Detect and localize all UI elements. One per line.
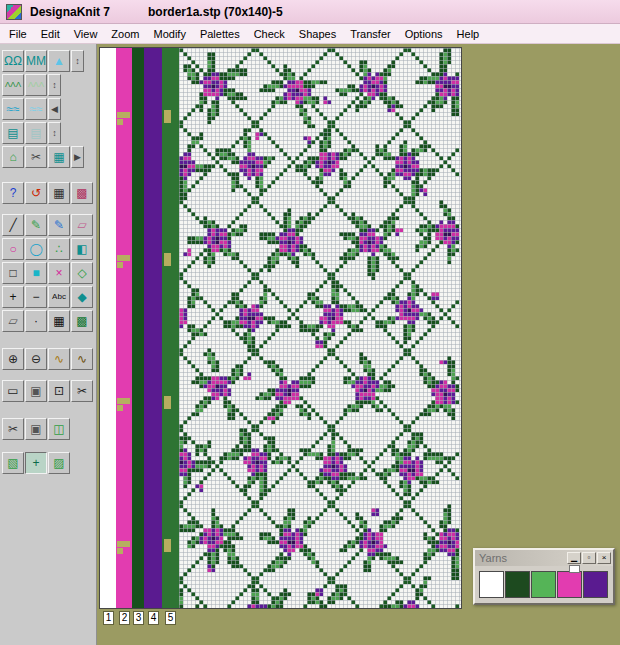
zoom-in-tool[interactable]: ⊕ (2, 348, 24, 370)
yarns-close-button[interactable]: × (597, 552, 611, 564)
scroll-updown-2[interactable]: ↕ (48, 74, 61, 96)
copy-page-tool[interactable]: ◫ (48, 418, 70, 440)
lasso-alt-tool-icon: ∿ (77, 353, 87, 365)
scroll-right-arrow[interactable]: ▶ (71, 146, 84, 168)
shear-tool-icon: ▱ (8, 315, 17, 327)
grid-view-tool[interactable]: ▦ (48, 182, 70, 204)
texture-stitch-alt-tool[interactable]: ΛΛΛ (25, 74, 47, 96)
delete-stitch-tool[interactable]: − (25, 286, 47, 308)
yarn-swatch-yarn-2-dark-green[interactable] (505, 571, 530, 598)
help-tool[interactable]: ? (2, 182, 24, 204)
yarn-swatch-yarn-1-none[interactable] (479, 571, 504, 598)
repeat-pattern-tool[interactable]: ▧ (2, 452, 24, 474)
menu-modify[interactable]: Modify (146, 26, 192, 42)
undo-tool[interactable]: ↺ (25, 182, 47, 204)
text-tool[interactable]: Abc (48, 286, 70, 308)
stitch-view-tool-icon: ΜΜ (26, 55, 46, 67)
text-tool-icon: Abc (52, 293, 66, 301)
filled-rect-tool[interactable]: ■ (25, 262, 47, 284)
yarns-restore-button[interactable]: ▫ (582, 552, 596, 564)
document-title: border1a.stp (70x140)-5 (148, 5, 283, 19)
menu-check[interactable]: Check (247, 26, 292, 42)
menu-file[interactable]: File (2, 26, 34, 42)
yarn-swatch-yarn-3-light-green[interactable] (531, 571, 556, 598)
stitch-symbol-tool-icon: ΩΩ (4, 55, 22, 67)
scissors-tool[interactable]: ✂ (2, 418, 24, 440)
pattern-canvas[interactable] (179, 48, 461, 608)
diamond-tool[interactable]: ◇ (71, 262, 93, 284)
app-icon (6, 4, 22, 20)
scroll-updown-3[interactable]: ↕ (48, 122, 61, 144)
diamond-tool-icon: ◇ (77, 267, 86, 279)
point-tool[interactable]: · (25, 310, 47, 332)
yarn-swatch-yarn-4-magenta[interactable] (557, 571, 582, 598)
mirror-pattern-tool[interactable]: ▨ (48, 452, 70, 474)
yarn-column-4[interactable] (144, 48, 162, 608)
row-marker (117, 119, 123, 125)
color-pattern-tool[interactable]: ▩ (71, 310, 93, 332)
select-dashed-tool[interactable]: ⊡ (48, 380, 70, 402)
menu-zoom[interactable]: Zoom (104, 26, 146, 42)
pencil-tool[interactable]: ✎ (25, 214, 47, 236)
yarns-minimize-button[interactable]: ▁ (567, 552, 581, 564)
cross-stitch-tool[interactable]: × (48, 262, 70, 284)
menu-edit[interactable]: Edit (34, 26, 67, 42)
color-picker-tool[interactable]: ◆ (71, 286, 93, 308)
rect-tool[interactable]: □ (2, 262, 24, 284)
machine-bed-tool[interactable]: ▤ (2, 122, 24, 144)
garment-piece-tool[interactable]: ⌂ (2, 146, 24, 168)
line-tool[interactable]: ╱ (2, 214, 24, 236)
menu-transfer[interactable]: Transfer (343, 26, 398, 42)
yarn-wave-tool-icon: ≈≈ (6, 103, 19, 115)
machine-bed-alt-tool[interactable]: ▤ (25, 122, 47, 144)
scroll-updown-1[interactable]: ↕ (71, 50, 84, 72)
pattern-grid-area (99, 47, 462, 609)
eraser-tool-icon: ▱ (77, 219, 86, 231)
column-number-5: 5 (165, 611, 176, 625)
menu-palettes[interactable]: Palettes (193, 26, 247, 42)
shear-tool[interactable]: ▱ (2, 310, 24, 332)
yarn-column-2[interactable] (116, 48, 132, 608)
texture-stitch-tool[interactable]: ΛΛΛ (2, 74, 24, 96)
lasso-alt-tool[interactable]: ∿ (71, 348, 93, 370)
yarn-wave-tool[interactable]: ≈≈ (2, 98, 24, 120)
yarns-title-bar[interactable]: Yarns ▁▫× (475, 550, 613, 566)
stitch-view-tool[interactable]: ΜΜ (25, 50, 47, 72)
select-filled-tool[interactable]: ▣ (25, 380, 47, 402)
circle-tool[interactable]: ○ (2, 238, 24, 260)
swatch-grid-tool[interactable]: ▦ (48, 146, 70, 168)
tool-panel: ΩΩΜΜ▲↕ΛΛΛΛΛΛ↕≈≈≈≈◀▤▤↕⌂✂▦▶?↺▦▩╱✎✎▱○◯∴◧□■×… (0, 44, 97, 645)
menu-options[interactable]: Options (398, 26, 450, 42)
pen-tool[interactable]: ✎ (48, 214, 70, 236)
yarn-column-3[interactable] (132, 48, 144, 608)
stitch-symbol-tool[interactable]: ΩΩ (2, 50, 24, 72)
move-motif-tool[interactable]: + (25, 452, 47, 474)
check-pattern-tool[interactable]: ▦ (48, 310, 70, 332)
zoom-out-tool[interactable]: ⊖ (25, 348, 47, 370)
snapshot-tool[interactable]: ▣ (25, 418, 47, 440)
fill-tool[interactable]: ◧ (71, 238, 93, 260)
eraser-tool[interactable]: ▱ (71, 214, 93, 236)
scroll-left-arrow[interactable]: ◀ (48, 98, 61, 120)
cut-garment-tool[interactable]: ✂ (25, 146, 47, 168)
scroll-updown-3-icon: ↕ (52, 129, 57, 138)
ellipse-tool[interactable]: ◯ (25, 238, 47, 260)
scissors-tool-icon: ✂ (8, 423, 18, 435)
insert-stitch-tool[interactable]: + (2, 286, 24, 308)
shape-overlay-tool[interactable]: ▲ (48, 50, 70, 72)
yarn-column-1[interactable] (100, 48, 116, 608)
row-marker (117, 541, 130, 547)
menu-shapes[interactable]: Shapes (292, 26, 343, 42)
cut-selection-tool[interactable]: ✂ (71, 380, 93, 402)
select-rect-tool[interactable]: ▭ (2, 380, 24, 402)
color-picker-tool-icon: ◆ (77, 291, 86, 303)
row-marker (117, 262, 123, 268)
yarn-wave-alt-tool[interactable]: ≈≈ (25, 98, 47, 120)
lasso-tool[interactable]: ∿ (48, 348, 70, 370)
palette-tool[interactable]: ▩ (71, 182, 93, 204)
yarn-swatch-yarn-5-purple[interactable] (583, 571, 608, 598)
spray-tool[interactable]: ∴ (48, 238, 70, 260)
menu-view[interactable]: View (67, 26, 105, 42)
menu-help[interactable]: Help (450, 26, 487, 42)
yarn-column-5[interactable] (162, 48, 179, 608)
